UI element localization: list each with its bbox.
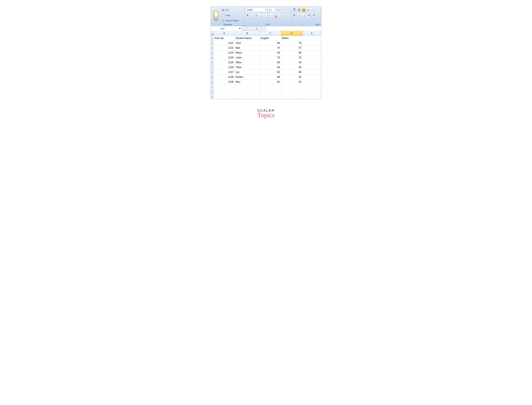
cell-C7[interactable]: 94: [260, 65, 281, 70]
cell-B4[interactable]: Marry: [235, 50, 260, 55]
cell-D10[interactable]: 81: [281, 80, 302, 84]
cell-E9[interactable]: [302, 75, 321, 80]
row-header[interactable]: 4: [211, 50, 214, 55]
cell-A7[interactable]: 1236: [214, 65, 235, 70]
align-left-button[interactable]: [292, 13, 296, 17]
align-top-button[interactable]: [292, 8, 296, 12]
font-size-combo[interactable]: 12: [268, 8, 276, 12]
cell-B7[interactable]: Olive: [235, 65, 260, 70]
cell-A6[interactable]: 1235: [214, 60, 235, 65]
cell-A9[interactable]: 1238: [214, 75, 235, 80]
cell-B2[interactable]: Jhon: [235, 41, 260, 46]
cell-C2[interactable]: 89: [260, 41, 281, 46]
increase-indent-button[interactable]: [311, 13, 315, 17]
cell-D9[interactable]: 91: [281, 75, 302, 80]
bold-button[interactable]: B: [245, 13, 250, 17]
cell-B12[interactable]: [235, 89, 260, 94]
cell-D12[interactable]: [281, 89, 302, 94]
formula-knob[interactable]: [243, 27, 247, 31]
copy-button[interactable]: Copy: [221, 13, 240, 17]
cell-C8[interactable]: 83: [260, 70, 281, 75]
cell-B5[interactable]: Juliet: [235, 55, 260, 60]
column-header-C[interactable]: C: [260, 31, 281, 36]
row-header[interactable]: 2: [211, 89, 214, 94]
cell-E2[interactable]: [302, 41, 321, 46]
chevron-down-icon[interactable]: [277, 15, 279, 15]
format-painter-button[interactable]: Format Painter: [221, 18, 240, 23]
cell-B6[interactable]: Miles: [235, 60, 260, 65]
cell-C11[interactable]: [260, 84, 281, 89]
cell-D8[interactable]: 88: [281, 70, 302, 75]
row-header[interactable]: 0: [211, 80, 214, 84]
cell-B3[interactable]: Bob: [235, 46, 260, 50]
cell-E12[interactable]: [302, 89, 321, 94]
cell-C10[interactable]: 82: [260, 80, 281, 84]
clipboard-dialog-launcher[interactable]: [242, 23, 244, 26]
column-header-D[interactable]: D: [281, 31, 302, 36]
cell-C6[interactable]: 98: [260, 60, 281, 65]
shrink-font-button[interactable]: A▼: [282, 8, 287, 12]
name-box[interactable]: D16: [211, 26, 242, 31]
cell-B8[interactable]: Lily: [235, 70, 260, 75]
row-header[interactable]: 9: [211, 75, 214, 80]
row-header[interactable]: 7: [211, 65, 214, 70]
chevron-down-icon[interactable]: [310, 10, 312, 10]
cell-C3[interactable]: 76: [260, 46, 281, 50]
cell-D2[interactable]: 76: [281, 41, 302, 46]
row-header[interactable]: 2: [211, 41, 214, 46]
row-header[interactable]: 5: [211, 55, 214, 60]
cell-E3[interactable]: [302, 46, 321, 50]
cell-E7[interactable]: [302, 65, 321, 70]
cell-E10[interactable]: [302, 80, 321, 84]
row-header[interactable]: 8: [211, 70, 214, 75]
formula-input[interactable]: [266, 26, 321, 31]
italic-button[interactable]: I: [250, 13, 254, 17]
column-header-E[interactable]: E: [302, 31, 321, 36]
cell-A2[interactable]: 1231: [214, 41, 235, 46]
cell-B10[interactable]: Max: [235, 80, 260, 84]
font-color-button[interactable]: A: [275, 13, 280, 17]
chevron-down-icon[interactable]: [257, 15, 260, 15]
align-center-button[interactable]: [297, 13, 301, 17]
grid[interactable]: ABCDE 1Roll. No.Student NameEnglishMaths…: [211, 31, 321, 99]
cell-A1[interactable]: Roll. No.: [214, 36, 235, 41]
cell-A8[interactable]: 1237: [214, 70, 235, 75]
cell-D3[interactable]: 87: [281, 46, 302, 50]
cell-B13[interactable]: [235, 94, 260, 99]
cut-button[interactable]: Cut: [221, 8, 240, 12]
decrease-indent-button[interactable]: [307, 13, 311, 17]
cell-D5[interactable]: 75: [281, 55, 302, 60]
cell-A10[interactable]: 1239: [214, 80, 235, 84]
row-header[interactable]: 1: [211, 36, 214, 41]
cell-B9[interactable]: Robert: [235, 75, 260, 80]
cell-C12[interactable]: [260, 89, 281, 94]
cell-E11[interactable]: [302, 84, 321, 89]
column-header-A[interactable]: A: [214, 31, 235, 36]
font-dialog-launcher[interactable]: [288, 23, 290, 26]
chevron-down-icon[interactable]: [271, 15, 273, 15]
cell-C4[interactable]: 58: [260, 50, 281, 55]
cell-C5[interactable]: 78: [260, 55, 281, 60]
cell-A11[interactable]: [214, 84, 235, 89]
cell-D6[interactable]: 54: [281, 60, 302, 65]
align-bottom-button[interactable]: [302, 8, 306, 12]
cell-A13[interactable]: [214, 94, 235, 99]
select-all-corner[interactable]: [211, 31, 214, 36]
cell-A3[interactable]: 1232: [214, 46, 235, 50]
column-header-B[interactable]: B: [235, 31, 260, 36]
cell-A12[interactable]: [214, 89, 235, 94]
cell-D13[interactable]: [281, 94, 302, 99]
cell-D4[interactable]: 85: [281, 50, 302, 55]
row-header[interactable]: 3: [211, 46, 214, 50]
fill-color-button[interactable]: [268, 13, 274, 17]
borders-button[interactable]: [261, 13, 267, 17]
cell-C13[interactable]: [260, 94, 281, 99]
cell-C9[interactable]: 88: [260, 75, 281, 80]
cell-E6[interactable]: [302, 60, 321, 65]
cell-D11[interactable]: [281, 84, 302, 89]
cell-B1[interactable]: Student Name: [235, 36, 260, 41]
cell-E4[interactable]: [302, 50, 321, 55]
fx-icon[interactable]: fx: [248, 27, 266, 30]
cell-E1[interactable]: [302, 36, 321, 41]
cell-C1[interactable]: English: [260, 36, 281, 41]
